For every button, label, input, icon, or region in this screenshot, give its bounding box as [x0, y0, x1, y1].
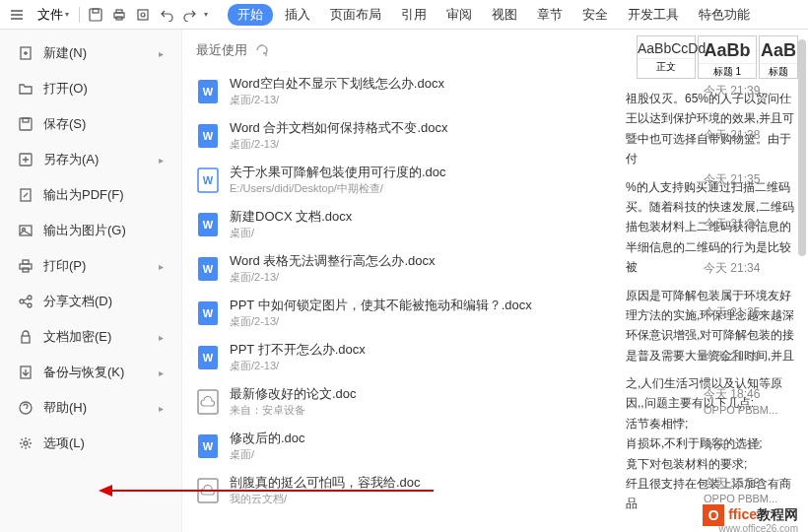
tab-view[interactable]: 视图	[484, 4, 525, 26]
file-info: Word 合并文档如何保持格式不变.docx 桌面/2-13/	[230, 119, 704, 152]
file-name: Word 合并文档如何保持格式不变.docx	[230, 119, 704, 137]
file-path: 桌面/2-13/	[230, 359, 704, 373]
sidebar-item-encrypt[interactable]: 文档加密(E)▸	[0, 319, 181, 355]
tab-devtools[interactable]: 开发工具	[620, 4, 687, 26]
new-icon	[18, 45, 34, 61]
tab-review[interactable]: 审阅	[438, 4, 480, 26]
file-time: 今天 15:59OPPO PBBM...	[704, 475, 802, 505]
file-info: 剖腹真的挺么可怕吗，容我给.doc 我的云文档/	[230, 474, 704, 506]
hamburger-menu[interactable]	[4, 0, 32, 29]
recent-header: 最近使用	[196, 41, 808, 59]
file-name: 剖腹真的挺么可怕吗，容我给.doc	[230, 474, 704, 492]
file-path: 我的云文档/	[230, 492, 704, 506]
svg-rect-0	[90, 9, 101, 21]
sidebar-item-pdf[interactable]: 输出为PDF(F)	[0, 177, 181, 213]
chevron-down-icon: ▾	[204, 10, 208, 19]
sidebar-item-open[interactable]: 打开(O)	[0, 71, 181, 106]
svg-point-19	[28, 303, 32, 307]
chevron-right-icon: ▸	[159, 403, 164, 414]
print-icon	[18, 258, 34, 274]
sidebar-item-share[interactable]: 分享文档(D)	[0, 284, 181, 319]
lock-icon	[18, 329, 34, 345]
recent-file-item[interactable]: 最新修改好的论文.doc 来自：安卓设备 今天 18:46OPPO PBBM..…	[196, 379, 808, 424]
svg-rect-15	[23, 260, 29, 264]
recent-file-item[interactable]: W Word 表格无法调整行高怎么办.docx 桌面/2-13/ 今天 21:3…	[196, 246, 808, 291]
docx-file-icon: W	[196, 344, 220, 371]
svg-text:W: W	[203, 130, 214, 142]
preview-icon[interactable]	[131, 3, 155, 27]
tab-sections[interactable]: 章节	[529, 4, 571, 26]
svg-rect-1	[93, 9, 99, 13]
recent-files-panel: 最近使用 W Word空白处不显示下划线怎么办.docx 桌面/2-13/ 今天…	[182, 30, 808, 532]
tab-start[interactable]: 开始	[228, 4, 273, 26]
sidebar-item-saveas[interactable]: 另存为(A)▸	[0, 142, 181, 177]
sidebar-item-help[interactable]: 帮助(H)▸	[0, 390, 181, 426]
svg-rect-16	[23, 268, 29, 272]
pdf-icon	[18, 187, 34, 203]
file-info: PPT 打不开怎么办.docx 桌面/2-13/	[230, 341, 704, 373]
sidebar-item-backup[interactable]: 备份与恢复(K)▸	[0, 355, 181, 390]
cloud-file-icon	[196, 477, 220, 504]
file-path: 桌面/	[230, 447, 704, 462]
file-time: 今天 21:25	[704, 304, 802, 321]
file-info: Word空白处不显示下划线怎么办.docx 桌面/2-13/	[230, 75, 704, 107]
sidebar-item-save[interactable]: 保存(S)	[0, 106, 181, 142]
undo-icon[interactable]	[155, 3, 178, 27]
scrollbar-thumb[interactable]	[798, 39, 806, 256]
sidebar-item-new[interactable]: 新建(N)▸	[0, 35, 181, 71]
chevron-right-icon: ▸	[159, 332, 164, 343]
sidebar-item-image[interactable]: 输出为图片(G)	[0, 213, 181, 248]
docx-file-icon: W	[196, 78, 220, 105]
file-info: PPT 中如何锁定图片，使其不能被拖动和编辑？.docx 桌面/2-13/	[230, 297, 704, 329]
save-icon[interactable]	[84, 3, 107, 27]
file-menu[interactable]: 文件 ▾	[32, 0, 75, 29]
tab-security[interactable]: 安全	[574, 4, 616, 26]
file-name: Word空白处不显示下划线怎么办.docx	[230, 75, 704, 93]
backup-icon	[18, 365, 34, 380]
file-name: PPT 打不开怎么办.docx	[230, 341, 704, 359]
svg-text:W: W	[203, 307, 214, 319]
docx-file-icon: W	[196, 299, 220, 327]
chevron-right-icon: ▸	[159, 367, 164, 378]
recent-file-item[interactable]: W 修改后的.doc 桌面/ 今天 17:12	[196, 424, 808, 468]
sidebar-item-options[interactable]: 选项(L)	[0, 426, 181, 461]
tab-layout[interactable]: 页面布局	[322, 4, 389, 26]
redo-icon[interactable]	[178, 3, 202, 27]
docx-file-icon: W	[196, 255, 220, 283]
file-path: 桌面/2-13/	[230, 93, 704, 107]
svg-text:W: W	[203, 86, 214, 98]
tab-references[interactable]: 引用	[393, 4, 435, 26]
ribbon-tabs: 开始 插入 页面布局 引用 审阅 视图 章节 安全 开发工具 特色功能	[228, 4, 758, 26]
recent-file-item[interactable]: W Word空白处不显示下划线怎么办.docx 桌面/2-13/ 今天 21:3…	[196, 69, 808, 113]
file-path: E:/Users/didi/Desktop/中期检查/	[230, 181, 704, 196]
file-info: 新建DOCX 文档.docx 桌面/	[230, 208, 704, 240]
sidebar-item-print[interactable]: 打印(P)▸	[0, 248, 181, 284]
file-name: Word 表格无法调整行高怎么办.docx	[230, 252, 704, 270]
recent-file-list: W Word空白处不显示下划线怎么办.docx 桌面/2-13/ 今天 21:3…	[196, 69, 808, 512]
tab-features[interactable]: 特色功能	[691, 4, 758, 26]
tab-insert[interactable]: 插入	[277, 4, 318, 26]
refresh-icon[interactable]	[255, 43, 269, 57]
file-path: 桌面/2-13/	[230, 270, 704, 285]
svg-rect-9	[23, 118, 29, 122]
file-path: 桌面/2-13/	[230, 314, 704, 329]
image-icon	[18, 223, 34, 238]
file-time: 今天 21:39	[704, 83, 802, 100]
recent-file-item[interactable]: W 关于水果可降解包装使用可行度的.doc E:/Users/didi/Desk…	[196, 158, 808, 202]
file-info: Word 表格无法调整行高怎么办.docx 桌面/2-13/	[230, 252, 704, 285]
file-time: 今天 21:35	[704, 171, 802, 188]
file-time: 今天 18:46OPPO PBBM...	[704, 386, 802, 417]
svg-text:W: W	[203, 219, 214, 231]
svg-text:W: W	[203, 440, 214, 452]
recent-file-item[interactable]: W PPT 打不开怎么办.docx 桌面/2-13/ 今天 21:09	[196, 335, 808, 379]
recent-file-item[interactable]: W Word 合并文档如何保持格式不变.docx 桌面/2-13/ 今天 21:…	[196, 113, 808, 158]
recent-file-item[interactable]: W PPT 中如何锁定图片，使其不能被拖动和编辑？.docx 桌面/2-13/ …	[196, 291, 808, 335]
file-name: 最新修改好的论文.doc	[230, 385, 704, 403]
file-name: 修改后的.doc	[230, 430, 704, 447]
svg-rect-20	[22, 336, 30, 343]
print-icon[interactable]	[107, 3, 131, 27]
recent-file-item[interactable]: W 新建DOCX 文档.docx 桌面/ 今天 21:34	[196, 202, 808, 246]
file-path: 来自：安卓设备	[230, 403, 704, 418]
toolbar: 文件 ▾ ▾ 开始 插入 页面布局 引用 审阅 视图 章节 安全 开发工具 特色…	[0, 0, 808, 30]
file-path: 桌面/	[230, 226, 704, 240]
